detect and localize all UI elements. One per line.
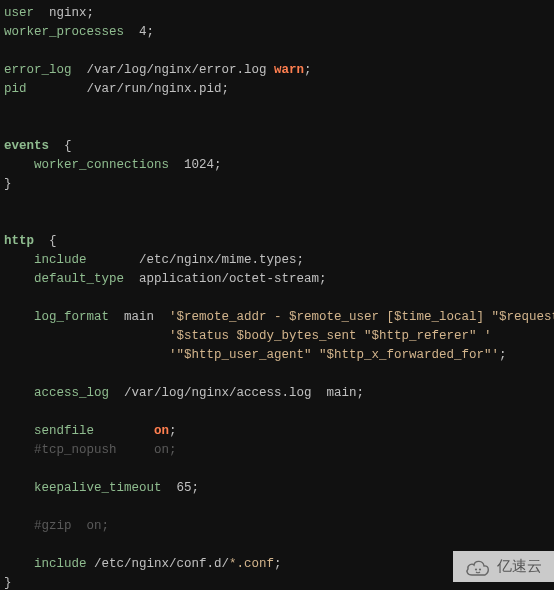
code-line [4,194,550,213]
code-line: sendfile on; [4,422,550,441]
code-line [4,460,550,479]
code-line: #gzip on; [4,517,550,536]
token-sc: ; [87,6,95,20]
token-dir: pid [4,82,27,96]
code-line: user nginx; [4,4,550,23]
code-line [4,403,550,422]
token-dir: access_log [34,386,109,400]
token-val: nginx [34,6,87,20]
code-line: include /etc/nginx/mime.types; [4,251,550,270]
token-dir: sendfile [34,424,94,438]
token-dir: include [34,253,87,267]
token-dir: include [34,557,87,571]
token-dir: worker_connections [34,158,169,172]
code-line: default_type application/octet-stream; [4,270,550,289]
token-br: } [4,576,12,590]
token-glob: *.conf [229,557,274,571]
code-line: events { [4,137,550,156]
token-sc: ; [222,82,230,96]
svg-point-0 [475,568,477,570]
token-dir: log_format [34,310,109,324]
token-sc: ; [297,253,305,267]
code-line: worker_connections 1024; [4,156,550,175]
token-val: /etc/nginx/conf.d/ [87,557,230,571]
code-line [4,289,550,308]
code-line [4,365,550,384]
code-line: error_log /var/log/nginx/error.log warn; [4,61,550,80]
code-line: keepalive_timeout 65; [4,479,550,498]
token-dir: keepalive_timeout [34,481,162,495]
code-line: pid /var/run/nginx.pid; [4,80,550,99]
code-line: http { [4,232,550,251]
code-line [4,99,550,118]
token-val: application/octet-stream [124,272,319,286]
code-line: worker_processes 4; [4,23,550,42]
token-sc: ; [274,557,282,571]
token-cmt: #tcp_nopush on; [34,443,177,457]
token-dir-b: http [4,234,34,248]
token-sc: ; [169,424,177,438]
token-br: } [4,177,12,191]
token-kw: on [154,424,169,438]
code-line [4,42,550,61]
nginx-config-code: user nginx;worker_processes 4; error_log… [0,0,554,590]
code-line: '$status $body_bytes_sent "$http_referer… [4,327,550,346]
token-br: { [49,139,72,153]
token-dir: user [4,6,34,20]
code-line: log_format main '$remote_addr - $remote_… [4,308,550,327]
token-val: /var/run/nginx.pid [27,82,222,96]
watermark: 亿速云 [453,551,554,582]
token-br: { [34,234,57,248]
token-val: /var/log/nginx/access.log main [109,386,357,400]
token-str: '$status $body_bytes_sent "$http_referer… [169,329,492,343]
token-sc: ; [304,63,312,77]
token-val: 4 [124,25,147,39]
code-line: } [4,175,550,194]
token-sc: ; [319,272,327,286]
token-val: 65 [162,481,192,495]
code-line [4,118,550,137]
token-str: '$remote_addr - $remote_user [$time_loca… [169,310,554,324]
token-sc: ; [499,348,507,362]
token-sc: ; [214,158,222,172]
token-dir: error_log [4,63,72,77]
token-str: '"$http_user_agent" "$http_x_forwarded_f… [169,348,499,362]
code-line: #tcp_nopush on; [4,441,550,460]
svg-point-1 [479,568,481,570]
token-val: /var/log/nginx/error.log [72,63,275,77]
token-sc: ; [192,481,200,495]
code-line: '"$http_user_agent" "$http_x_forwarded_f… [4,346,550,365]
token-val: /etc/nginx/mime.types [87,253,297,267]
token-sc: ; [147,25,155,39]
code-line [4,498,550,517]
token-dir: worker_processes [4,25,124,39]
token-kw: warn [274,63,304,77]
token-sc: ; [357,386,365,400]
token-cmt: #gzip on; [34,519,109,533]
cloud-icon [465,558,491,576]
token-dir-b: events [4,139,49,153]
token-val: 1024 [169,158,214,172]
token-val [94,424,154,438]
token-dir: default_type [34,272,124,286]
code-line [4,213,550,232]
token-val: main [109,310,169,324]
watermark-text: 亿速云 [497,557,542,576]
code-line: access_log /var/log/nginx/access.log mai… [4,384,550,403]
